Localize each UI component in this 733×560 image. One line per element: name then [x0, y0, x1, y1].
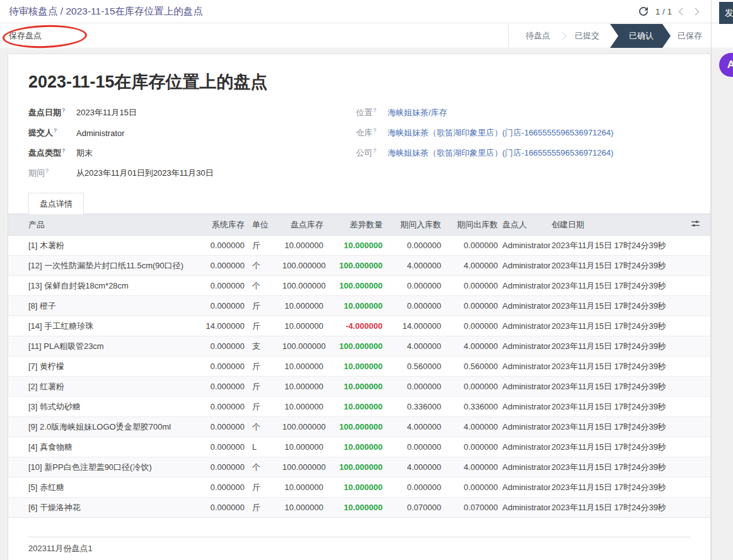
- col-diff-qty[interactable]: 差异数量: [330, 214, 389, 236]
- cell-period-out[interactable]: 0.000000: [447, 437, 501, 457]
- col-created[interactable]: 创建日期: [550, 214, 680, 236]
- cell-period-out[interactable]: 0.000000: [447, 276, 501, 296]
- cell-system-qty[interactable]: 0.000000: [194, 256, 251, 276]
- cell-product[interactable]: [2] 红薯粉: [8, 377, 194, 397]
- cell-diff-qty[interactable]: 100.000000: [330, 336, 389, 357]
- breadcrumb-parent-link[interactable]: 待审核盘点: [9, 6, 58, 16]
- col-uom[interactable]: 单位: [251, 214, 282, 236]
- cell-counter[interactable]: Administrator: [501, 457, 550, 477]
- cell-period-out[interactable]: 0.000000: [447, 377, 501, 397]
- cell-created[interactable]: 2023年11月15日 17时24分39秒: [550, 498, 680, 518]
- cell-uom[interactable]: 斤: [251, 296, 282, 316]
- cell-uom[interactable]: 斤: [251, 236, 282, 256]
- cell-period-in[interactable]: 4.000000: [389, 417, 447, 437]
- cell-system-qty[interactable]: 0.000000: [194, 336, 251, 357]
- cell-product[interactable]: [13] 保鲜自封袋18cm*28cm: [8, 276, 194, 296]
- cell-created[interactable]: 2023年11月15日 17时24分39秒: [550, 357, 680, 377]
- cell-diff-qty[interactable]: 10.000000: [330, 236, 389, 256]
- cell-counted-qty[interactable]: 10.000000: [282, 316, 330, 336]
- cell-product[interactable]: [14] 手工红糖珍珠: [8, 316, 194, 336]
- location-link[interactable]: 海峡姐妹茶/库存: [388, 107, 447, 118]
- table-row[interactable]: [14] 手工红糖珍珠14.000000斤10.000000-4.0000001…: [8, 316, 710, 336]
- cell-system-qty[interactable]: 14.000000: [194, 316, 251, 336]
- cell-system-qty[interactable]: 0.000000: [194, 417, 251, 437]
- cell-uom[interactable]: 个: [251, 417, 282, 437]
- cell-counter[interactable]: Administrator: [501, 377, 550, 397]
- cell-period-in[interactable]: 0.336000: [389, 397, 447, 417]
- cell-product[interactable]: [11] PLA粗吸管23cm: [8, 336, 194, 357]
- cell-period-out[interactable]: 0.560000: [447, 357, 501, 377]
- cell-product[interactable]: [10] 新PP白色注塑盖90口径(冷饮): [8, 457, 194, 477]
- cell-system-qty[interactable]: 0.000000: [194, 276, 251, 296]
- cell-period-out[interactable]: 0.070000: [447, 498, 501, 518]
- cell-diff-qty[interactable]: 100.000000: [330, 276, 389, 296]
- cell-product[interactable]: [8] 橙子: [8, 296, 194, 316]
- cell-counter[interactable]: Administrator: [501, 417, 550, 437]
- cell-system-qty[interactable]: 0.000000: [194, 357, 251, 377]
- cell-product[interactable]: [1] 木薯粉: [8, 236, 194, 256]
- cell-counter[interactable]: Administrator: [501, 498, 550, 518]
- cell-period-out[interactable]: 4.000000: [447, 417, 501, 437]
- cell-uom[interactable]: 斤: [251, 397, 282, 417]
- cell-counted-qty[interactable]: 100.000000: [282, 256, 330, 276]
- table-row[interactable]: [6] 干燥洛神花0.000000斤10.00000010.0000000.07…: [8, 498, 710, 518]
- cell-diff-qty[interactable]: 10.000000: [330, 477, 389, 498]
- col-system-qty[interactable]: 系统库存: [194, 214, 251, 236]
- cell-created[interactable]: 2023年11月15日 17时24分39秒: [550, 397, 680, 417]
- table-row[interactable]: [3] 韩式幼砂糖0.000000斤10.00000010.0000000.33…: [8, 397, 710, 417]
- cell-period-out[interactable]: 0.000000: [447, 316, 501, 336]
- cell-period-in[interactable]: 0.070000: [389, 498, 447, 518]
- cell-created[interactable]: 2023年11月15日 17时24分39秒: [550, 316, 680, 336]
- warehouse-link[interactable]: 海峡姐妹茶（歌笛湖印象里店）(门店-1665555596536971264): [388, 127, 613, 139]
- cell-diff-qty[interactable]: 100.000000: [330, 457, 389, 477]
- cell-period-in[interactable]: 0.000000: [389, 477, 447, 498]
- col-counter[interactable]: 盘点人: [501, 214, 550, 236]
- cell-period-in[interactable]: 0.000000: [389, 296, 447, 316]
- table-row[interactable]: [9] 2.0版海峡姐妹LOGO烫金塑胶700ml0.000000个100.00…: [8, 417, 710, 437]
- cell-created[interactable]: 2023年11月15日 17时24分39秒: [550, 336, 680, 357]
- cell-product[interactable]: [6] 干燥洛神花: [8, 498, 194, 518]
- cell-created[interactable]: 2023年11月15日 17时24分39秒: [550, 377, 680, 397]
- cell-created[interactable]: 2023年11月15日 17时24分39秒: [550, 437, 680, 457]
- cell-period-out[interactable]: 0.000000: [447, 296, 501, 316]
- table-row[interactable]: [1] 木薯粉0.000000斤10.00000010.0000000.0000…: [8, 236, 710, 256]
- table-row[interactable]: [12] 一次性防漏垫片封口纸11.5cm(90口径)0.000000个100.…: [8, 256, 710, 276]
- cell-uom[interactable]: 斤: [251, 316, 282, 336]
- cell-uom[interactable]: 斤: [251, 498, 282, 518]
- table-row[interactable]: [2] 红薯粉0.000000斤10.00000010.0000000.0000…: [8, 377, 710, 397]
- cell-product[interactable]: [9] 2.0版海峡姐妹LOGO烫金塑胶700ml: [8, 417, 194, 437]
- cell-period-in[interactable]: 14.000000: [389, 316, 447, 336]
- tab-inventory-details[interactable]: 盘点详情: [28, 193, 84, 214]
- cell-counter[interactable]: Administrator: [501, 397, 550, 417]
- cell-counted-qty[interactable]: 10.000000: [282, 236, 330, 256]
- refresh-icon[interactable]: [639, 7, 648, 16]
- send-message-button[interactable]: 发: [719, 2, 733, 24]
- company-link[interactable]: 海峡姐妹茶（歌笛湖印象里店）(门店-1665555596536971264): [388, 147, 613, 159]
- cell-period-in[interactable]: 0.000000: [389, 236, 447, 256]
- pager-previous-icon[interactable]: [678, 8, 686, 16]
- pager-next-icon[interactable]: [691, 8, 700, 16]
- save-inventory-button[interactable]: 保存盘点: [9, 30, 42, 42]
- col-period-out[interactable]: 期间出库数: [447, 214, 501, 236]
- cell-period-out[interactable]: 4.000000: [447, 336, 501, 357]
- cell-counted-qty[interactable]: 10.000000: [282, 397, 330, 417]
- cell-uom[interactable]: 斤: [251, 377, 282, 397]
- cell-counted-qty[interactable]: 10.000000: [282, 477, 330, 498]
- table-row[interactable]: [8] 橙子0.000000斤10.00000010.0000000.00000…: [8, 296, 710, 316]
- cell-diff-qty[interactable]: 100.000000: [330, 417, 389, 437]
- cell-diff-qty[interactable]: 10.000000: [330, 437, 389, 457]
- cell-uom[interactable]: 斤: [251, 477, 282, 498]
- cell-period-out[interactable]: 0.336000: [447, 397, 501, 417]
- cell-created[interactable]: 2023年11月15日 17时24分39秒: [550, 236, 680, 256]
- cell-period-out[interactable]: 4.000000: [447, 256, 501, 276]
- cell-created[interactable]: 2023年11月15日 17时24分39秒: [550, 457, 680, 477]
- cell-counted-qty[interactable]: 100.000000: [282, 457, 330, 477]
- cell-diff-qty[interactable]: 10.000000: [330, 357, 389, 377]
- cell-uom[interactable]: 支: [251, 336, 282, 357]
- cell-counted-qty[interactable]: 10.000000: [282, 357, 330, 377]
- cell-period-in[interactable]: 4.000000: [389, 336, 447, 357]
- cell-uom[interactable]: 个: [251, 276, 282, 296]
- cell-uom[interactable]: L: [251, 437, 282, 457]
- cell-uom[interactable]: 斤: [251, 357, 282, 377]
- col-counted-qty[interactable]: 盘点库存: [282, 214, 330, 236]
